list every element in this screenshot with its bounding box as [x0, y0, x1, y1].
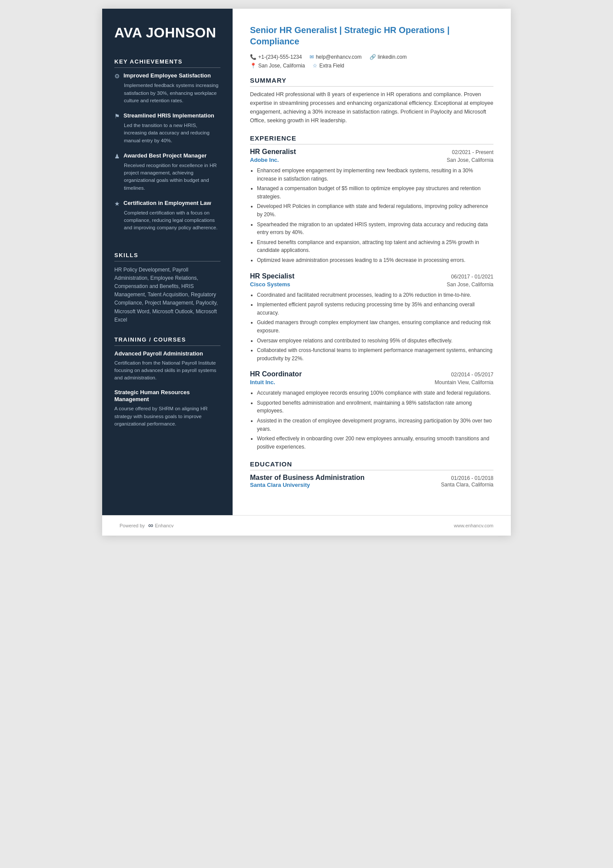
exp-title: HR Specialist	[250, 272, 294, 280]
brand-name: Enhancv	[155, 523, 174, 528]
exp-dates: 02/2021 - Present	[452, 149, 493, 155]
training-title: Advanced Payroll Administration	[114, 350, 220, 358]
summary-text: Dedicated HR professional with 8 years o…	[250, 90, 493, 125]
location-text: San Jose, California	[258, 63, 305, 69]
experience-entry: HR Specialist 06/2017 - 01/2021 Cisco Sy…	[250, 272, 493, 363]
achievement-title: Streamlined HRIS Implementation	[123, 112, 214, 120]
footer-logo: ∞ Enhancv	[148, 522, 173, 530]
achievement-item: ♟ Awarded Best Project Manager Received …	[114, 152, 220, 192]
exp-title: HR Generalist	[250, 148, 296, 156]
main-content: Senior HR Generalist | Strategic HR Oper…	[233, 9, 511, 515]
exp-bullet: Assisted in the creation of employee dev…	[257, 417, 493, 433]
exp-dates: 02/2014 - 05/2017	[451, 372, 493, 378]
logo-icon: ∞	[148, 522, 153, 530]
exp-dates: 06/2017 - 01/2021	[451, 274, 493, 280]
edu-location: Santa Clara, California	[441, 482, 493, 488]
achievements-section: KEY ACHIEVEMENTS ⚙ Improved Employee Sat…	[114, 58, 220, 239]
achievements-list: ⚙ Improved Employee Satisfaction Impleme…	[114, 72, 220, 231]
achievement-item: ★ Certification in Employment Law Comple…	[114, 200, 220, 232]
education-title: EDUCATION	[250, 460, 493, 470]
exp-company: Cisco Systems	[250, 281, 290, 288]
achievements-title: KEY ACHIEVEMENTS	[114, 58, 220, 68]
phone-icon: 📞	[250, 54, 257, 60]
edu-degree: Master of Business Administration	[250, 474, 364, 482]
exp-company: Intuit Inc.	[250, 379, 275, 385]
training-title: TRAINING / COURSES	[114, 336, 220, 346]
experience-list: HR Generalist 02/2021 - Present Adobe In…	[250, 148, 493, 451]
exp-bullet: Ensured benefits compliance and expansio…	[257, 238, 493, 255]
linkedin-contact: 🔗 linkedin.com	[370, 54, 407, 60]
email-text: help@enhancv.com	[316, 54, 361, 60]
exp-bullet: Oversaw employee relations and contribut…	[257, 337, 493, 345]
footer-website: www.enhancv.com	[454, 523, 493, 528]
footer: Powered by ∞ Enhancv www.enhancv.com	[102, 515, 511, 536]
location-icon: 📍	[250, 63, 257, 69]
exp-bullets: Coordinated and facilitated recruitment …	[250, 291, 493, 363]
phone-text: +1-(234)-555-1234	[258, 54, 302, 60]
email-icon: ✉	[310, 54, 314, 60]
training-item: Strategic Human Resources Management A c…	[114, 389, 220, 428]
extra-text: Extra Field	[319, 63, 344, 69]
summary-title: SUMMARY	[250, 77, 493, 87]
achievement-icon: ♟	[114, 153, 120, 160]
linkedin-text: linkedin.com	[378, 54, 407, 60]
experience-entry: HR Coordinator 02/2014 - 05/2017 Intuit …	[250, 370, 493, 451]
exp-company: Adobe Inc.	[250, 157, 279, 163]
achievement-desc: Completed certification with a focus on …	[114, 209, 220, 232]
edu-school: Santa Clara University	[250, 482, 310, 488]
exp-bullet: Guided managers through complex employme…	[257, 318, 493, 335]
achievement-title: Certification in Employment Law	[123, 200, 211, 207]
sidebar: AVA JOHNSON KEY ACHIEVEMENTS ⚙ Improved …	[102, 9, 233, 515]
education-list: Master of Business Administration 01/201…	[250, 474, 493, 488]
exp-bullet: Collaborated with cross-functional teams…	[257, 346, 493, 362]
location-contact: 📍 San Jose, California	[250, 63, 305, 69]
exp-bullets: Enhanced employee engagement by implemen…	[250, 167, 493, 265]
job-title: Senior HR Generalist | Strategic HR Oper…	[250, 24, 493, 47]
achievement-desc: Led the transition to a new HRIS, increa…	[114, 122, 220, 144]
education-entry: Master of Business Administration 01/201…	[250, 474, 493, 488]
experience-entry: HR Generalist 02/2021 - Present Adobe In…	[250, 148, 493, 265]
contact-row-1: 📞 +1-(234)-555-1234 ✉ help@enhancv.com 🔗…	[250, 54, 493, 60]
exp-location: San Jose, California	[447, 282, 493, 288]
star-icon: ☆	[313, 63, 317, 69]
skills-title: SKILLS	[114, 252, 220, 261]
contact-row-2: 📍 San Jose, California ☆ Extra Field	[250, 63, 493, 69]
training-desc: A course offered by SHRM on aligning HR …	[114, 405, 220, 428]
exp-bullet: Implemented efficient payroll systems re…	[257, 301, 493, 317]
resume-body: AVA JOHNSON KEY ACHIEVEMENTS ⚙ Improved …	[102, 9, 511, 515]
training-section: TRAINING / COURSES Advanced Payroll Admi…	[114, 336, 220, 435]
experience-section: EXPERIENCE HR Generalist 02/2021 - Prese…	[250, 134, 493, 451]
achievement-item: ⚙ Improved Employee Satisfaction Impleme…	[114, 72, 220, 104]
training-list: Advanced Payroll Administration Certific…	[114, 350, 220, 428]
training-desc: Certification from the National Payroll …	[114, 359, 220, 382]
skills-text: HR Policy Development, Payroll Administr…	[114, 266, 220, 324]
exp-bullet: Managed a compensation budget of $5 mill…	[257, 184, 493, 201]
exp-bullet: Enhanced employee engagement by implemen…	[257, 167, 493, 183]
exp-location: Mountain View, California	[435, 379, 493, 385]
achievement-desc: Implemented feedback systems increasing …	[114, 82, 220, 104]
achievement-item: ⚑ Streamlined HRIS Implementation Led th…	[114, 112, 220, 144]
achievement-title: Awarded Best Project Manager	[123, 152, 207, 160]
achievement-title: Improved Employee Satisfaction	[123, 72, 211, 80]
linkedin-icon: 🔗	[370, 54, 376, 60]
training-item: Advanced Payroll Administration Certific…	[114, 350, 220, 382]
exp-bullet: Worked effectively in onboarding over 20…	[257, 435, 493, 451]
training-title: Strategic Human Resources Management	[114, 389, 220, 404]
experience-title: EXPERIENCE	[250, 134, 493, 144]
powered-by-text: Powered by	[120, 523, 145, 528]
candidate-name: AVA JOHNSON	[114, 24, 220, 41]
skills-section: SKILLS HR Policy Development, Payroll Ad…	[114, 252, 220, 324]
exp-location: San Jose, California	[447, 157, 493, 163]
exp-bullets: Accurately managed employee records ensu…	[250, 389, 493, 451]
summary-section: SUMMARY Dedicated HR professional with 8…	[250, 77, 493, 125]
exp-bullet: Coordinated and facilitated recruitment …	[257, 291, 493, 299]
achievement-icon: ★	[114, 200, 120, 207]
email-contact: ✉ help@enhancv.com	[310, 54, 361, 60]
exp-bullet: Spearheaded the migration to an updated …	[257, 221, 493, 237]
phone-contact: 📞 +1-(234)-555-1234	[250, 54, 302, 60]
extra-contact: ☆ Extra Field	[313, 63, 344, 69]
achievement-icon: ⚙	[114, 73, 120, 80]
education-section: EDUCATION Master of Business Administrat…	[250, 460, 493, 488]
exp-title: HR Coordinator	[250, 370, 302, 378]
exp-bullet: Supported benefits administration and en…	[257, 399, 493, 415]
